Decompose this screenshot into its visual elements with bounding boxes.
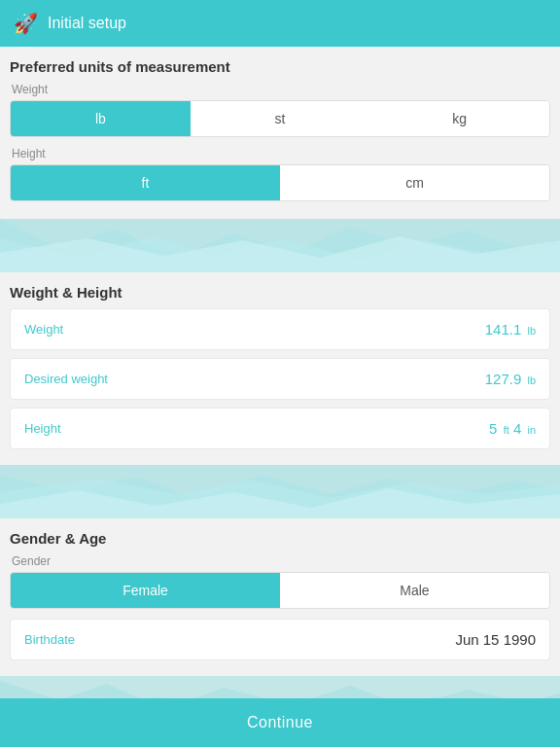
gender-toggle-male[interactable]: Male bbox=[280, 573, 549, 608]
birthdate-row[interactable]: Birthdate Jun 15 1990 bbox=[10, 619, 550, 660]
weight-toggle-lb[interactable]: lb bbox=[11, 101, 191, 136]
weight-row[interactable]: Weight 141.1 lb bbox=[10, 308, 550, 350]
height-toggle-group: ft cm bbox=[10, 164, 550, 201]
crystal-divider-1 bbox=[0, 219, 560, 272]
main-scroll: Preferred units of measurement Weight lb… bbox=[0, 47, 560, 698]
gender-sub-label: Gender bbox=[12, 554, 550, 568]
weight-sub-label: Weight bbox=[12, 83, 550, 96]
height-toggle-ft[interactable]: ft bbox=[11, 165, 280, 200]
height-toggle-cm[interactable]: cm bbox=[280, 165, 549, 200]
weight-toggle-group: lb st kg bbox=[10, 100, 550, 137]
continue-bar[interactable]: Continue bbox=[0, 698, 560, 747]
desired-weight-row[interactable]: Desired weight 127.9 lb bbox=[10, 358, 550, 400]
units-section-title: Preferred units of measurement bbox=[10, 58, 550, 75]
units-section: Preferred units of measurement Weight lb… bbox=[0, 47, 560, 219]
weight-row-value: 141.1 lb bbox=[485, 321, 536, 338]
crystal-divider-2 bbox=[0, 465, 560, 518]
weight-toggle-st[interactable]: st bbox=[191, 101, 370, 136]
crystal-divider-3 bbox=[0, 676, 560, 698]
header-title: Initial setup bbox=[48, 15, 126, 32]
height-row-value: 5 ft 4 in bbox=[489, 420, 536, 437]
birthdate-row-value: Jun 15 1990 bbox=[455, 631, 536, 648]
continue-label: Continue bbox=[247, 714, 313, 731]
rocket-icon: 🚀 bbox=[14, 12, 38, 35]
weight-row-label: Weight bbox=[24, 322, 141, 337]
gender-toggle-group: Female Male bbox=[10, 572, 550, 609]
gender-section: Gender & Age Gender Female Male Birthdat… bbox=[0, 518, 560, 676]
height-sub-label: Height bbox=[12, 147, 550, 160]
weight-toggle-kg[interactable]: kg bbox=[369, 101, 549, 136]
measurements-section: Weight & Height Weight 141.1 lb Desired … bbox=[0, 272, 560, 465]
height-row[interactable]: Height 5 ft 4 in bbox=[10, 408, 550, 449]
gender-section-title: Gender & Age bbox=[10, 530, 550, 547]
desired-weight-row-value: 127.9 lb bbox=[485, 371, 536, 387]
measurements-section-title: Weight & Height bbox=[10, 284, 550, 301]
app-header: 🚀 Initial setup bbox=[0, 0, 560, 47]
height-row-label: Height bbox=[24, 421, 141, 436]
birthdate-row-label: Birthdate bbox=[24, 632, 141, 647]
gender-toggle-female[interactable]: Female bbox=[11, 573, 280, 608]
desired-weight-row-label: Desired weight bbox=[24, 372, 141, 386]
